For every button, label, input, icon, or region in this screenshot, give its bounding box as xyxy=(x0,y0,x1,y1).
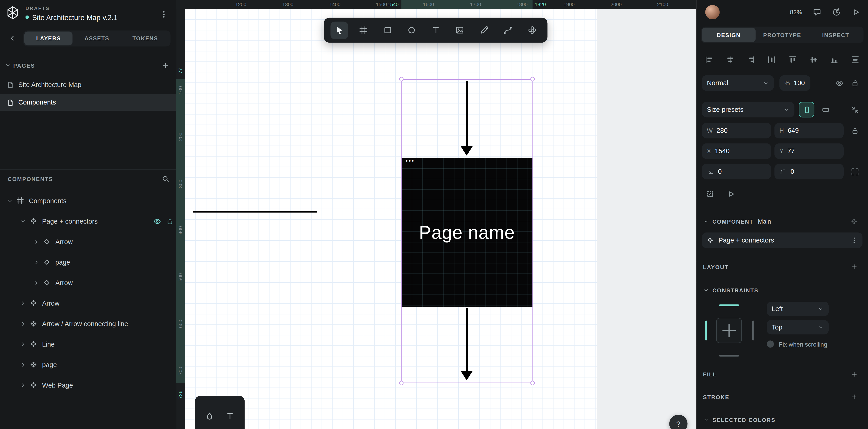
tab-inspect[interactable]: INSPECT xyxy=(809,28,863,42)
align-left-icon[interactable] xyxy=(705,55,714,64)
chevron-right-icon[interactable] xyxy=(19,320,28,327)
radius-input[interactable]: 0 xyxy=(774,164,844,179)
visibility-eye-icon[interactable] xyxy=(153,217,161,225)
tab-tokens[interactable]: TOKENS xyxy=(121,31,169,45)
selection-handle-bottom-left[interactable] xyxy=(399,381,403,385)
lock-icon[interactable] xyxy=(847,75,863,91)
project-title[interactable]: Site Architecture Map v.2.1 xyxy=(32,13,118,22)
align-center-horizontal-icon[interactable] xyxy=(725,55,734,64)
penpot-logo-icon[interactable] xyxy=(5,5,20,20)
layer-row-arrow-connecting-line[interactable]: Arrow / Arrow connecting line xyxy=(0,313,176,334)
layer-row-arrow[interactable]: Arrow xyxy=(0,272,176,293)
constraints-widget[interactable] xyxy=(705,302,754,359)
tab-assets[interactable]: ASSETS xyxy=(73,31,121,45)
view-mode-play-icon[interactable] xyxy=(851,8,860,17)
chevron-right-icon[interactable] xyxy=(19,381,28,388)
zoom-level[interactable]: 82% xyxy=(790,9,802,16)
layer-row-arrow[interactable]: Arrow xyxy=(0,232,176,252)
chevron-right-icon[interactable] xyxy=(19,300,28,306)
selection-handle-top-right[interactable] xyxy=(530,77,535,81)
chevron-down-icon[interactable] xyxy=(19,218,28,224)
lock-proportions-icon[interactable] xyxy=(847,123,863,139)
avatar[interactable] xyxy=(705,5,719,19)
layer-row-page-component[interactable]: page xyxy=(0,354,176,375)
board-tool-icon[interactable] xyxy=(354,22,372,39)
search-icon[interactable] xyxy=(162,175,169,183)
chevron-right-icon[interactable] xyxy=(19,341,28,347)
blend-mode-select[interactable]: Normal xyxy=(702,75,774,91)
chevron-right-icon[interactable] xyxy=(32,238,41,245)
selection-box[interactable] xyxy=(401,79,533,383)
layer-row-arrow-component[interactable]: Arrow xyxy=(0,293,176,313)
distribute-horizontal-icon[interactable] xyxy=(767,55,776,64)
scale-content-icon[interactable] xyxy=(702,186,717,202)
path-tool-icon[interactable] xyxy=(499,22,517,39)
unlock-icon[interactable] xyxy=(166,217,174,225)
project-menu-icon[interactable] xyxy=(159,10,168,19)
independent-corners-icon[interactable] xyxy=(847,164,863,179)
chevron-down-icon[interactable] xyxy=(703,287,709,293)
tab-design[interactable]: DESIGN xyxy=(702,28,755,42)
layer-row-web-page[interactable]: Web Page xyxy=(0,375,176,395)
typography-palette-icon[interactable] xyxy=(225,411,235,421)
canvas-viewport[interactable]: ••• Page name 1200 1300 1400 1500 1600 1… xyxy=(176,0,696,429)
portrait-orientation-button[interactable] xyxy=(799,102,814,117)
chevron-down-icon[interactable] xyxy=(4,62,11,68)
constraint-top-bar[interactable] xyxy=(719,304,739,306)
selection-handle-top-left[interactable] xyxy=(399,77,403,81)
layer-row-page[interactable]: page xyxy=(0,252,176,272)
opacity-input[interactable]: % 100 xyxy=(779,75,810,91)
component-annotation-icon[interactable] xyxy=(850,217,858,225)
chevron-down-icon[interactable] xyxy=(5,197,14,204)
move-tool-icon[interactable] xyxy=(331,22,348,39)
selection-handle-bottom-right[interactable] xyxy=(530,381,535,385)
constraint-bottom-bar[interactable] xyxy=(719,355,739,356)
fix-when-scrolling-checkbox[interactable] xyxy=(767,340,774,348)
color-palette-icon[interactable] xyxy=(205,411,214,421)
align-right-icon[interactable] xyxy=(746,55,755,64)
add-stroke-button[interactable] xyxy=(850,393,858,401)
page-item-components[interactable]: Components xyxy=(0,94,176,111)
hide-eye-icon[interactable] xyxy=(832,75,847,91)
constraint-left-bar[interactable] xyxy=(705,320,707,341)
height-input[interactable]: H 649 xyxy=(774,123,844,139)
horizontal-constraint-select[interactable]: Left xyxy=(767,302,829,316)
rectangle-tool-icon[interactable] xyxy=(379,22,396,39)
tab-layers[interactable]: LAYERS xyxy=(24,31,73,45)
constraint-right-bar[interactable] xyxy=(752,320,754,341)
chevron-right-icon[interactable] xyxy=(32,279,41,286)
align-top-icon[interactable] xyxy=(788,55,797,64)
page-item-site-architecture-map[interactable]: Site Architecture Map xyxy=(0,76,176,93)
history-icon[interactable] xyxy=(832,8,841,17)
add-page-button[interactable] xyxy=(162,61,169,69)
vertical-constraint-select[interactable]: Top xyxy=(767,320,829,334)
add-layout-button[interactable] xyxy=(850,263,858,271)
distribute-vertical-icon[interactable] xyxy=(851,55,860,64)
chevron-right-icon[interactable] xyxy=(19,361,28,368)
image-tool-icon[interactable] xyxy=(451,22,469,39)
add-fill-button[interactable] xyxy=(850,370,858,378)
x-position-input[interactable]: X 1540 xyxy=(702,144,771,159)
layer-row-line[interactable]: Line xyxy=(0,334,176,354)
shapes-library-icon[interactable] xyxy=(523,22,541,39)
landscape-orientation-button[interactable] xyxy=(818,102,833,117)
align-bottom-icon[interactable] xyxy=(830,55,839,64)
layer-row-components[interactable]: Components xyxy=(0,190,176,211)
line-shape[interactable] xyxy=(193,211,317,212)
layer-row-page-connectors[interactable]: Page + connectors xyxy=(0,211,176,232)
pen-tool-icon[interactable] xyxy=(475,22,493,39)
tab-prototype[interactable]: PROTOTYPE xyxy=(755,28,809,42)
size-presets-select[interactable]: Size presets xyxy=(702,102,795,117)
chevron-down-icon[interactable] xyxy=(703,218,709,224)
y-position-input[interactable]: Y 77 xyxy=(774,144,844,159)
rotation-input[interactable]: 0 xyxy=(702,164,771,179)
ellipse-tool-icon[interactable] xyxy=(403,22,421,39)
align-center-vertical-icon[interactable] xyxy=(809,55,818,64)
fit-content-icon[interactable] xyxy=(847,102,863,117)
vertical-ruler[interactable]: 77 100 200 300 400 500 600 700 726 xyxy=(176,9,185,429)
chevron-down-icon[interactable] xyxy=(703,417,709,423)
component-instance-row[interactable]: Page + connectors xyxy=(702,233,863,248)
horizontal-ruler[interactable]: 1200 1300 1400 1500 1600 1700 1800 1900 … xyxy=(176,0,696,9)
comments-icon[interactable] xyxy=(813,8,822,17)
component-menu-icon[interactable] xyxy=(850,236,858,244)
